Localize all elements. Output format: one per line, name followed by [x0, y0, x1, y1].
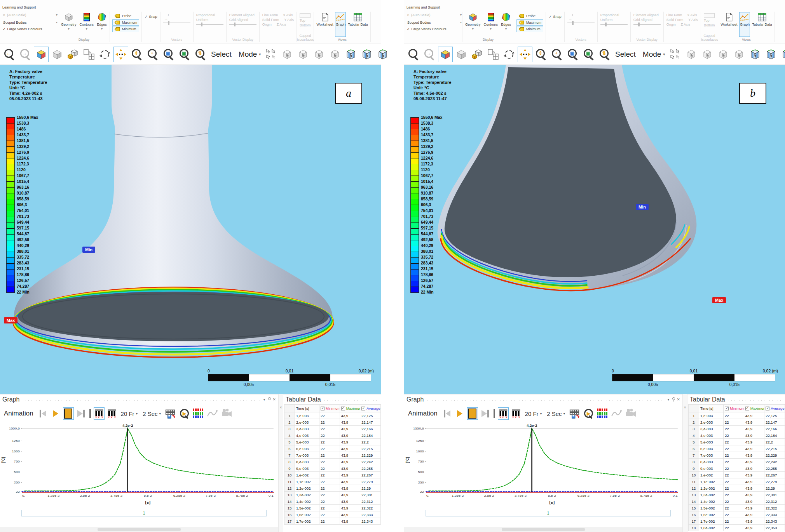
- pin-icon[interactable]: [267, 397, 271, 402]
- select-elements-icon[interactable]: [764, 47, 778, 62]
- maximum-button[interactable]: Maximum: [113, 20, 139, 25]
- zoom-fit-icon[interactable]: ▣: [582, 47, 596, 62]
- table-row[interactable]: 88,e-0032243,922,242: [284, 459, 381, 465]
- y-axis-button[interactable]: Y Axis: [688, 18, 698, 22]
- probe-curve-icon[interactable]: [611, 408, 622, 419]
- max-probe-tag[interactable]: Max: [712, 297, 726, 303]
- probe-curve-icon[interactable]: [206, 408, 218, 419]
- animation-stop-button[interactable]: [468, 408, 478, 419]
- magnifier-window-icon[interactable]: ⇅: [598, 47, 612, 62]
- large-vertex-contours-checkbox[interactable]: ✓Large Vertex Contours: [3, 27, 55, 31]
- animation-play-button[interactable]: [455, 408, 465, 419]
- scoped-bodies-dropdown[interactable]: Scoped Bodies▾: [407, 20, 462, 25]
- select-edges-icon[interactable]: [700, 47, 714, 62]
- table-row[interactable]: 161,6e-0022243,922,333: [284, 511, 381, 518]
- select-element-faces-icon[interactable]: [376, 47, 390, 62]
- z-axis-button[interactable]: Z Axis: [277, 23, 286, 26]
- table-row[interactable]: 121,2e-0022243,922,29: [284, 485, 381, 492]
- grid-aligned-button[interactable]: Grid Aligned: [229, 18, 256, 22]
- table-row[interactable]: 44,e-0032243,922,184: [284, 432, 381, 439]
- zoom-time-icon[interactable]: ▶: [583, 408, 593, 419]
- table-row[interactable]: 33,e-0032243,922,166: [284, 426, 381, 432]
- table-row[interactable]: 111,1e-0022243,922,279: [689, 478, 785, 485]
- tabular-data-view-button[interactable]: Tabular Data: [752, 12, 772, 37]
- zoom-icon[interactable]: ⇕: [534, 47, 548, 62]
- tabular-data-scroll[interactable]: Time [s] ✓Minimum [°C] ✓Maximum [°C] ✓Av…: [688, 404, 785, 532]
- split-window-icon[interactable]: [486, 47, 500, 62]
- time-step-slider[interactable]: 1: [426, 510, 671, 516]
- table-row[interactable]: 121,2e-0022243,922,29: [689, 485, 785, 492]
- table-row[interactable]: 171,7e-0022243,922,343: [689, 518, 785, 525]
- model-viewport[interactable]: A: Factory valveTemperatureType: Tempera…: [0, 65, 381, 395]
- table-row[interactable]: 181,8e-0022243,922,353: [689, 525, 785, 531]
- x-axis-button[interactable]: X Axis: [687, 13, 697, 17]
- animation-distributed-mode-button[interactable]: [498, 408, 508, 419]
- isometric-view-icon[interactable]: [34, 47, 48, 62]
- table-row[interactable]: 55,e-0032243,922,2: [689, 439, 785, 445]
- column-header-time[interactable]: Time [s]: [295, 405, 319, 412]
- maximum-button[interactable]: Maximum: [517, 20, 543, 25]
- worksheet-button[interactable]: Worksheet: [317, 12, 333, 37]
- zoom-icon[interactable]: ⇕: [130, 47, 144, 62]
- min-probe-tag[interactable]: Min: [82, 247, 95, 253]
- horizontal-scrollbar[interactable]: [0, 527, 278, 532]
- panel-splitter[interactable]: ✕: [278, 394, 283, 532]
- table-row[interactable]: 161,6e-0022243,922,333: [689, 511, 785, 518]
- frames-dropdown[interactable]: 20 Fr▾: [120, 410, 139, 417]
- table-row[interactable]: 11,e-0032243,922,125: [284, 412, 381, 419]
- panel-splitter[interactable]: ✕: [682, 394, 687, 532]
- table-row[interactable]: 44,e-0032243,922,184: [689, 432, 785, 439]
- minimum-button[interactable]: Minimum: [517, 26, 543, 32]
- result-sets-colors-icon[interactable]: [192, 408, 204, 419]
- drag-handle[interactable]: [727, 400, 783, 402]
- table-row[interactable]: 101,e-0022243,922,267: [284, 472, 381, 478]
- magnifier-window-icon[interactable]: ⇅: [194, 47, 208, 62]
- rotate-orbit-icon[interactable]: [98, 47, 112, 62]
- table-row[interactable]: 99,e-0032243,922,255: [284, 465, 381, 472]
- pan-icon[interactable]: [114, 47, 128, 62]
- element-aligned-button[interactable]: Element Aligned: [229, 13, 256, 17]
- contours-button[interactable]: Contours▾: [80, 12, 94, 37]
- zoom-previous-view-icon[interactable]: ←: [406, 47, 420, 62]
- probe-button[interactable]: Probe: [113, 13, 139, 19]
- edges-button[interactable]: Edges▾: [501, 12, 511, 37]
- column-header-maximum[interactable]: ✓Maximum [°C]: [340, 405, 360, 412]
- viewports-icon[interactable]: [66, 47, 80, 62]
- zoom-in-icon[interactable]: +: [550, 47, 564, 62]
- select-elements-icon[interactable]: [360, 47, 374, 62]
- origin-button[interactable]: Origin: [262, 23, 272, 26]
- line-form-button[interactable]: Line Form: [262, 13, 278, 17]
- origin-button[interactable]: Origin: [666, 23, 676, 26]
- result-scale-dropdown[interactable]: 0. (Auto Scale)▾: [3, 12, 58, 18]
- isosurface-value-field[interactable]: [300, 13, 311, 18]
- vector-length-slider[interactable]: [196, 24, 223, 25]
- table-row[interactable]: 151,5e-0022243,922,322: [284, 505, 381, 511]
- proportional-button[interactable]: Proportional: [600, 13, 628, 17]
- horizontal-scrollbar[interactable]: [404, 527, 682, 532]
- table-row[interactable]: 55,e-0032243,922,2: [284, 439, 381, 445]
- element-aligned-button[interactable]: Element Aligned: [633, 13, 661, 17]
- learning-and-support-link[interactable]: Learning and Support: [2, 5, 36, 9]
- average-checkbox[interactable]: ✓: [766, 407, 769, 410]
- grid-density-slider[interactable]: [633, 24, 661, 25]
- contours-button[interactable]: Contours▾: [484, 12, 498, 37]
- column-header-minimum[interactable]: ✓Minimum [°C]: [319, 405, 340, 412]
- scoped-bodies-dropdown[interactable]: Scoped Bodies▾: [3, 20, 58, 25]
- box-zoom-icon[interactable]: ▣: [162, 47, 176, 62]
- graph-view-button[interactable]: Graph: [740, 12, 750, 37]
- isosurface-value-field[interactable]: [704, 13, 715, 18]
- large-vertex-contours-checkbox[interactable]: ✓Large Vertex Contours: [407, 27, 459, 31]
- table-row[interactable]: 141,4e-0022243,922,312: [284, 498, 381, 505]
- geometry-button[interactable]: Geometry▾: [61, 12, 77, 37]
- duration-dropdown[interactable]: 2 Sec▾: [141, 410, 162, 417]
- animation-result-sets-mode-button[interactable]: [511, 408, 521, 419]
- panel-menu-icon[interactable]: ▾: [263, 397, 265, 402]
- zoom-time-icon[interactable]: ▶: [179, 408, 189, 419]
- table-row[interactable]: 141,4e-0022243,922,312: [689, 498, 785, 505]
- select-bodies-icon[interactable]: [328, 47, 342, 62]
- look-at-face-icon[interactable]: [454, 47, 468, 62]
- worksheet-button[interactable]: Worksheet: [721, 12, 738, 37]
- vectors-slider[interactable]: [163, 23, 190, 23]
- line-form-button[interactable]: Line Form: [666, 13, 682, 17]
- drag-handle[interactable]: [426, 400, 665, 402]
